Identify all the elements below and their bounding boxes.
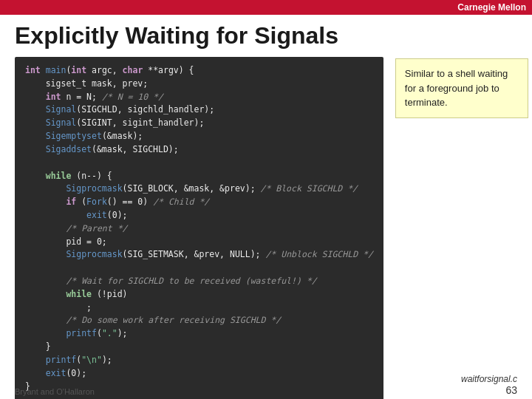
- code-block: int main(int argc, char **argv) { sigset…: [15, 57, 383, 399]
- author-label: Bryant and O'Hallaron: [15, 387, 95, 396]
- filename-label: waitforsignal.c: [461, 374, 517, 384]
- slide-content: int main(int argc, char **argv) { sigset…: [0, 54, 532, 399]
- university-name: Carnegie Mellon: [457, 2, 526, 13]
- header-bar: Carnegie Mellon: [0, 0, 532, 15]
- slide-title: Explicitly Waiting for Signals: [0, 15, 532, 54]
- slide-number: 63: [505, 384, 517, 396]
- bottom-right: waitforsignal.c 63: [461, 374, 517, 396]
- bottom-bar: Bryant and O'Hallaron waitforsignal.c 63: [0, 372, 532, 399]
- tooltip-box: Similar to a shell waiting for a foregro…: [395, 58, 528, 118]
- tooltip-text: Similar to a shell waiting for a foregro…: [405, 68, 508, 108]
